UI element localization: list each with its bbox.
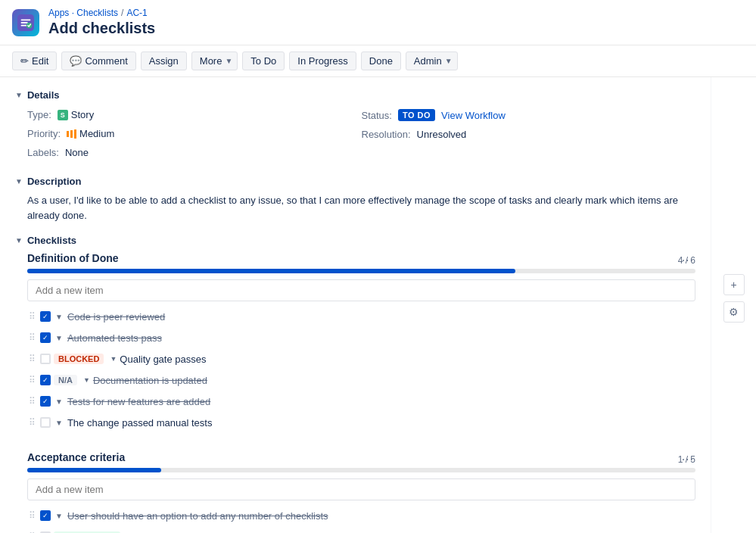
checklist-2-progress-bar: 1 / 5	[27, 468, 695, 472]
checklist-1: Definition of Done ··· 4 / 6 ⠿ ▼ Code is…	[27, 252, 695, 433]
inprogress-button[interactable]: In Progress	[289, 51, 356, 70]
details-section-label: Details	[27, 89, 60, 101]
status-badge: TO DO	[398, 109, 435, 121]
item-label: Automated tests pass	[67, 332, 162, 344]
na-tag: N/A	[54, 375, 77, 385]
resolution-value: Unresolved	[417, 126, 467, 142]
description-header[interactable]: ▼ Description	[15, 176, 695, 187]
checklists-collapse-icon: ▼	[15, 236, 23, 245]
priority-label: Priority:	[27, 126, 61, 142]
breadcrumb-apps[interactable]: Apps · Checklists	[48, 8, 118, 18]
item-checkbox[interactable]	[40, 354, 51, 364]
status-label: Status:	[362, 108, 392, 123]
list-item: ⠿ ▼ Tests for new features are added	[27, 391, 695, 412]
done-button[interactable]: Done	[361, 51, 401, 70]
labels-label: Labels:	[27, 145, 59, 161]
checklist-1-title: Definition of Done	[27, 252, 119, 264]
add-checklist-button[interactable]: +	[723, 274, 745, 295]
expand-icon[interactable]: ▼	[54, 334, 64, 342]
view-workflow-link[interactable]: View Workflow	[441, 110, 506, 121]
expand-icon[interactable]: ▼	[54, 397, 64, 406]
list-item: ⠿ ▼ Automated tests pass	[27, 327, 695, 348]
labels-value: None	[65, 145, 89, 161]
more-button[interactable]: More ▼	[191, 51, 238, 70]
more-chevron-icon: ▼	[225, 57, 232, 65]
edit-button[interactable]: ✏ Edit	[12, 51, 57, 70]
admin-chevron-icon: ▼	[445, 57, 453, 65]
drag-handle-icon[interactable]: ⠿	[27, 510, 37, 521]
list-item: ⠿ N/A ▼ Documentation is updated	[27, 369, 695, 391]
breadcrumb: Apps · Checklists / AC-1	[48, 8, 155, 18]
drag-handle-icon[interactable]: ⠿	[27, 375, 37, 385]
list-item: ⠿ IN PROGRESS ▼ User should have an opti…	[27, 526, 695, 533]
blocked-tag: BLOCKED	[54, 354, 104, 364]
resolution-label: Resolution:	[362, 126, 411, 142]
checklist-2-progress-label: 1 / 5	[678, 454, 695, 465]
item-label: The change passed manual tests	[67, 417, 213, 429]
admin-button[interactable]: Admin ▼	[406, 51, 458, 70]
item-label: Documentation is updated	[93, 375, 207, 386]
checklist-2: Acceptance criteria ··· 1 / 5 ⠿ ▼ User s…	[27, 451, 695, 533]
item-checkbox[interactable]	[40, 417, 51, 428]
toolbar: ✏ Edit 💬 Comment Assign More ▼ To Do In …	[0, 45, 756, 77]
drag-handle-icon[interactable]: ⠿	[27, 396, 37, 407]
todo-button[interactable]: To Do	[242, 51, 285, 70]
item-checkbox[interactable]	[40, 510, 51, 521]
checklist-settings-button[interactable]: ⚙	[723, 301, 745, 323]
list-item: ⠿ ▼ User should have an option to add an…	[27, 505, 695, 526]
checklists-section-label: Checklists	[27, 235, 76, 246]
item-checkbox[interactable]	[40, 396, 51, 407]
edit-icon: ✏	[20, 55, 29, 67]
page-title: Add checklists	[48, 20, 155, 37]
checklist-2-progress-fill	[27, 468, 161, 472]
drag-handle-icon[interactable]: ⠿	[27, 311, 37, 322]
details-section: ▼ Details Type: S Story Priority:	[15, 89, 695, 164]
breadcrumb-issue[interactable]: AC-1	[126, 8, 147, 18]
description-collapse-icon: ▼	[15, 177, 23, 185]
tag-dropdown-icon[interactable]: ▼	[110, 355, 117, 363]
description-text: As a user, I'd like to be able to add a …	[27, 193, 695, 223]
description-section: ▼ Description As a user, I'd like to be …	[15, 176, 695, 223]
app-icon	[12, 9, 39, 36]
status-value: TO DO View Workflow	[398, 107, 506, 123]
drag-handle-icon[interactable]: ⠿	[27, 332, 37, 343]
main-content: ▼ Details Type: S Story Priority:	[0, 77, 711, 533]
content-area: ▼ Details Type: S Story Priority:	[0, 77, 756, 533]
checklist-1-progress-fill	[27, 269, 515, 273]
checklist-2-new-item-input[interactable]	[27, 478, 695, 500]
item-checkbox[interactable]	[40, 375, 51, 385]
expand-icon[interactable]: ▼	[54, 313, 64, 321]
assign-button[interactable]: Assign	[141, 51, 187, 70]
item-checkbox[interactable]	[40, 311, 51, 322]
tag-dropdown-icon[interactable]: ▼	[83, 376, 90, 384]
comment-icon: 💬	[70, 55, 82, 67]
checklist-1-new-item-input[interactable]	[27, 279, 695, 301]
list-item: ⠿ ▼ The change passed manual tests	[27, 412, 695, 433]
list-item: ⠿ ▼ Code is peer reviewed	[27, 306, 695, 327]
checklists-section: ▼ Checklists Definition of Done ··· 4 / …	[15, 235, 695, 533]
list-item: ⠿ BLOCKED ▼ Quality gate passes	[27, 348, 695, 369]
expand-icon[interactable]: ▼	[54, 512, 64, 520]
checklists-header[interactable]: ▼ Checklists	[15, 235, 695, 246]
type-value: S Story	[58, 107, 94, 123]
priority-bars-icon	[67, 129, 76, 139]
checklist-1-progress-bar: 4 / 6	[27, 269, 695, 273]
sidebar-actions: + ⚙	[711, 77, 756, 533]
item-label: User should have an option to add any nu…	[67, 510, 328, 522]
comment-button[interactable]: 💬 Comment	[61, 51, 135, 70]
details-collapse-icon: ▼	[15, 91, 23, 99]
checklist-1-progress-label: 4 / 6	[678, 255, 695, 266]
item-label: Quality gate passes	[120, 354, 206, 365]
type-label: Type:	[27, 107, 51, 123]
expand-icon[interactable]: ▼	[54, 419, 64, 427]
details-header[interactable]: ▼ Details	[15, 89, 695, 101]
item-label: Code is peer reviewed	[67, 311, 165, 323]
item-checkbox[interactable]	[40, 332, 51, 343]
checklist-2-title: Acceptance criteria	[27, 451, 125, 463]
drag-handle-icon[interactable]: ⠿	[27, 354, 37, 364]
page-header: Apps · Checklists / AC-1 Add checklists	[0, 0, 756, 45]
item-label: Tests for new features are added	[67, 396, 210, 407]
breadcrumb-sep: /	[121, 8, 123, 18]
description-section-label: Description	[27, 176, 82, 187]
drag-handle-icon[interactable]: ⠿	[27, 417, 37, 428]
